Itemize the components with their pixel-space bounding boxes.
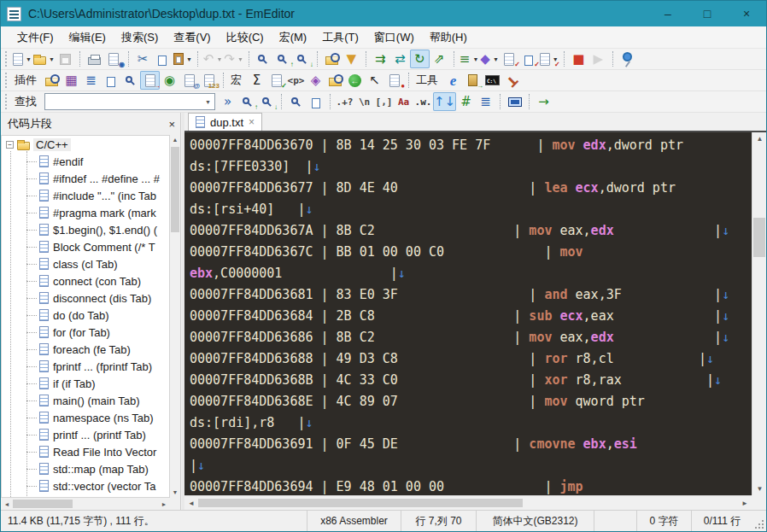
find-input[interactable] [45, 96, 202, 108]
find-bar-next-icon[interactable]: ↓ [257, 92, 277, 111]
menu-window[interactable]: 窗口(W) [366, 27, 422, 48]
plugin-outline-icon[interactable]: ≣ [81, 71, 101, 90]
tool-command-prompt-icon[interactable]: C:\ [483, 71, 502, 90]
snippet-item[interactable]: main() (main Tab) [2, 392, 169, 409]
scroll-right-icon[interactable]: ► [158, 501, 170, 507]
tree-root-cpp[interactable]: −C/C++ [2, 136, 169, 153]
regex-toggle-icon[interactable]: .+? [335, 92, 354, 111]
close-button[interactable]: × [727, 1, 766, 26]
menu-file[interactable]: 文件(F) [9, 27, 61, 48]
macro-colors-icon[interactable]: ◈ [306, 71, 325, 90]
filter-icon[interactable]: ▼ [342, 50, 361, 68]
tab-dup-txt[interactable]: dup.txt × [188, 113, 262, 131]
scroll-up-icon[interactable]: ▲ [170, 135, 180, 145]
snippet-item[interactable]: #ifndef ... #define ... # [2, 170, 169, 187]
menu-macros[interactable]: 宏(M) [272, 27, 315, 48]
whole-word-toggle-icon[interactable]: .w. [413, 92, 433, 111]
next-document-icon[interactable]: → [534, 92, 553, 111]
menu-search[interactable]: 搜索(S) [114, 27, 166, 48]
resize-grip[interactable] [752, 511, 766, 531]
scroll-down-icon[interactable]: ▼ [170, 488, 180, 498]
toolbar-grip[interactable] [5, 73, 8, 88]
snippets-close-icon[interactable]: × [168, 118, 175, 131]
menu-view[interactable]: 查看(V) [166, 27, 218, 48]
plugin-html-bar-icon[interactable]: ▦ [61, 71, 81, 90]
snippet-item[interactable]: std::map (map Tab) [2, 460, 169, 477]
numbers-toggle-icon[interactable]: # [456, 92, 476, 111]
pin-icon[interactable] [618, 50, 637, 68]
run-macros-icon[interactable]: ✓ [519, 50, 539, 68]
snippet-item[interactable]: class (cl Tab) [2, 255, 169, 272]
filter-bar-toggle-icon[interactable]: ≣ [476, 92, 495, 111]
plugin-projects-icon[interactable] [101, 71, 120, 90]
macro-sum-icon[interactable]: Σ [247, 71, 266, 90]
menu-edit[interactable]: 编辑(E) [61, 27, 114, 48]
maximize-button[interactable]: □ [688, 1, 727, 26]
open-file-dropdown-icon[interactable]: ▼ [49, 56, 55, 62]
paste-dropdown-icon[interactable]: ▼ [186, 56, 192, 62]
match-case-toggle-icon[interactable]: Aa [394, 92, 413, 111]
toolbar-grip[interactable] [5, 94, 8, 109]
find-combobox[interactable]: ▼ [44, 93, 215, 110]
macro-select-icon[interactable]: ↖ [365, 71, 384, 90]
copy-icon[interactable] [153, 50, 173, 68]
save-icon[interactable] [56, 50, 75, 68]
menu-compare[interactable]: 比较(C) [219, 27, 272, 48]
find-more-icon[interactable]: » [218, 92, 237, 111]
outline-dropdown-icon[interactable]: ▼ [472, 56, 478, 62]
find-in-files-icon[interactable] [322, 50, 342, 68]
snippet-item[interactable]: #endif [2, 153, 169, 170]
outline-icon[interactable]: ≡▼ [459, 50, 480, 68]
macro-find-in-files-icon[interactable] [325, 71, 345, 90]
print-icon[interactable] [85, 50, 104, 68]
wrap-by-page-icon[interactable]: ⇗ [430, 50, 449, 68]
open-file-icon[interactable]: ▼ [32, 50, 56, 68]
snippet-item[interactable]: foreach (fe Tab) [2, 341, 169, 358]
up-down-toggle-icon[interactable]: ↑↓ [433, 92, 456, 111]
snippet-item[interactable]: if (if Tab) [2, 375, 169, 392]
macro-validate-icon[interactable]: ✓ [266, 71, 286, 90]
stop-record-icon[interactable]: ■ [569, 50, 588, 68]
new-file-dropdown-icon[interactable]: ▼ [26, 56, 32, 62]
snippet-item[interactable]: fprintf ... (fprintf Tab) [2, 358, 169, 375]
snippet-item[interactable]: $1.begin(), $1.end() ( [2, 221, 169, 238]
plugin-word-count-icon[interactable]: 123 [199, 71, 219, 90]
wrap-by-characters-icon[interactable]: ⇄ [390, 50, 410, 68]
run-all-icon[interactable]: ▶ [588, 50, 608, 68]
scroll-down-icon[interactable]: ▼ [752, 482, 767, 495]
tab-close-icon[interactable]: × [249, 116, 255, 128]
snippet-item[interactable]: std::vector (vector Ta [2, 477, 169, 494]
tool-external-open-icon[interactable]: → [463, 71, 483, 90]
record-macro-icon[interactable]: ✓ [500, 50, 519, 68]
plugin-open-documents-icon[interactable]: @ [179, 71, 199, 90]
find-icon[interactable] [254, 50, 273, 68]
menu-help[interactable]: 帮助(H) [422, 27, 475, 48]
tool-build-icon[interactable]: T [502, 71, 522, 90]
new-file-icon[interactable]: ▼ [12, 50, 32, 68]
macro-back-icon[interactable]: ← [345, 71, 365, 90]
macro-list-icon[interactable]: ✓▼ [539, 50, 559, 68]
find-next-icon[interactable]: ↓ [293, 50, 313, 68]
scroll-right-icon[interactable]: ► [738, 500, 752, 507]
find-previous-icon[interactable]: ↑ [273, 50, 293, 68]
redo-dropdown-icon[interactable]: ▼ [237, 56, 243, 62]
snippet-item[interactable]: Block Comment (/* T [2, 238, 169, 255]
scrollbar-thumb[interactable] [753, 218, 765, 257]
scrollbar-thumb[interactable] [13, 500, 73, 508]
snippet-item[interactable]: connect (con Tab) [2, 272, 169, 289]
display-toggle-icon[interactable] [505, 92, 524, 111]
compare-icon[interactable]: ◆▼ [479, 50, 499, 68]
compare-dropdown-icon[interactable]: ▼ [493, 56, 499, 62]
undo-dropdown-icon[interactable]: ▼ [216, 56, 222, 62]
print-preview-icon[interactable]: ◉ [104, 50, 124, 68]
snippets-vertical-scrollbar[interactable]: ▲ ▼ [170, 135, 180, 498]
tool-browser-icon[interactable]: e [443, 71, 463, 90]
snippet-item[interactable]: #include "..." (inc Tab [2, 187, 169, 204]
scrollbar-thumb[interactable] [171, 147, 179, 232]
snippet-item[interactable]: for (for Tab) [2, 324, 169, 341]
cut-icon[interactable]: ✂ [133, 50, 153, 68]
snippet-item[interactable]: printf ... (printf Tab) [2, 426, 169, 443]
paste-icon[interactable]: ▼ [173, 50, 193, 68]
snippet-item[interactable]: Read File Into Vector [2, 443, 169, 460]
minimize-button[interactable]: – [648, 1, 688, 26]
